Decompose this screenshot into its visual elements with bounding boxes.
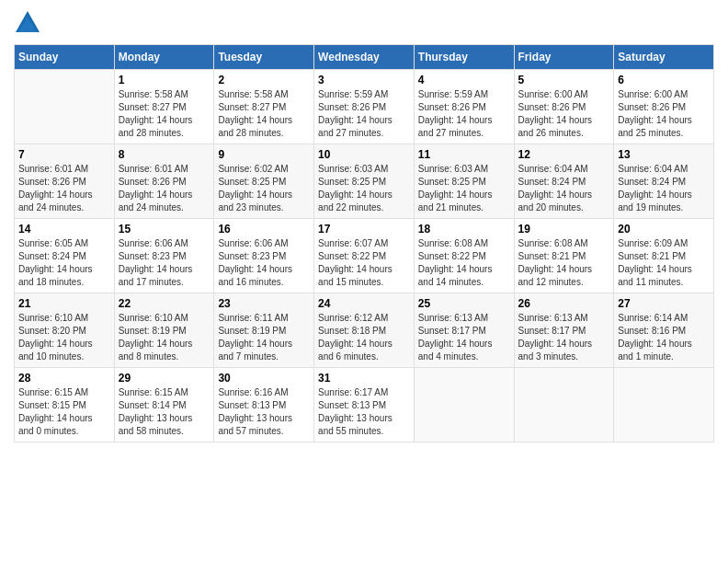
day-number: 29 (119, 372, 210, 385)
calendar-cell: 25Sunrise: 6:13 AM Sunset: 8:17 PM Dayli… (414, 293, 514, 368)
calendar-cell: 8Sunrise: 6:01 AM Sunset: 8:26 PM Daylig… (114, 144, 214, 219)
calendar-cell: 22Sunrise: 6:10 AM Sunset: 8:19 PM Dayli… (114, 293, 214, 368)
calendar-cell: 29Sunrise: 6:15 AM Sunset: 8:14 PM Dayli… (114, 368, 214, 442)
day-info: Sunrise: 5:59 AM Sunset: 8:26 PM Dayligh… (418, 88, 510, 140)
day-info: Sunrise: 6:17 AM Sunset: 8:13 PM Dayligh… (318, 386, 410, 438)
day-info: Sunrise: 6:14 AM Sunset: 8:16 PM Dayligh… (618, 312, 710, 363)
day-number: 19 (518, 223, 610, 236)
calendar-cell: 27Sunrise: 6:14 AM Sunset: 8:16 PM Dayli… (614, 293, 714, 368)
weekday-header-sunday: Sunday (15, 45, 115, 70)
calendar-week-5: 28Sunrise: 6:15 AM Sunset: 8:15 PM Dayli… (15, 368, 714, 442)
calendar-cell: 11Sunrise: 6:03 AM Sunset: 8:25 PM Dayli… (414, 144, 514, 219)
day-info: Sunrise: 6:10 AM Sunset: 8:20 PM Dayligh… (18, 312, 110, 363)
calendar-week-3: 14Sunrise: 6:05 AM Sunset: 8:24 PM Dayli… (15, 219, 714, 293)
calendar-week-1: 1Sunrise: 5:58 AM Sunset: 8:27 PM Daylig… (15, 70, 714, 144)
day-info: Sunrise: 6:00 AM Sunset: 8:26 PM Dayligh… (618, 88, 710, 140)
day-info: Sunrise: 6:08 AM Sunset: 8:22 PM Dayligh… (418, 237, 510, 289)
day-info: Sunrise: 6:06 AM Sunset: 8:23 PM Dayligh… (119, 237, 210, 289)
day-info: Sunrise: 6:03 AM Sunset: 8:25 PM Dayligh… (418, 163, 510, 214)
day-info: Sunrise: 6:02 AM Sunset: 8:25 PM Dayligh… (218, 163, 310, 214)
day-info: Sunrise: 6:03 AM Sunset: 8:25 PM Dayligh… (318, 163, 410, 214)
calendar-cell (414, 368, 514, 442)
calendar-cell: 24Sunrise: 6:12 AM Sunset: 8:18 PM Dayli… (314, 293, 415, 368)
day-number: 16 (218, 223, 310, 236)
day-number: 28 (18, 372, 110, 385)
calendar-cell: 16Sunrise: 6:06 AM Sunset: 8:23 PM Dayli… (214, 219, 314, 293)
calendar-week-4: 21Sunrise: 6:10 AM Sunset: 8:20 PM Dayli… (15, 293, 714, 368)
calendar-cell: 1Sunrise: 5:58 AM Sunset: 8:27 PM Daylig… (114, 70, 214, 144)
day-number: 10 (318, 148, 410, 161)
calendar-cell: 14Sunrise: 6:05 AM Sunset: 8:24 PM Dayli… (15, 219, 115, 293)
day-number: 20 (618, 223, 710, 236)
day-number: 13 (618, 148, 710, 161)
day-info: Sunrise: 6:16 AM Sunset: 8:13 PM Dayligh… (218, 386, 310, 438)
calendar-cell: 10Sunrise: 6:03 AM Sunset: 8:25 PM Dayli… (314, 144, 415, 219)
weekday-header-saturday: Saturday (614, 45, 714, 70)
page: SundayMondayTuesdayWednesdayThursdayFrid… (0, 0, 728, 452)
day-info: Sunrise: 6:11 AM Sunset: 8:19 PM Dayligh… (218, 312, 310, 363)
day-info: Sunrise: 6:01 AM Sunset: 8:26 PM Dayligh… (18, 163, 110, 214)
header (14, 9, 714, 37)
day-number: 4 (418, 74, 510, 86)
day-number: 3 (318, 74, 410, 86)
day-info: Sunrise: 6:08 AM Sunset: 8:21 PM Dayligh… (518, 237, 610, 289)
weekday-header-wednesday: Wednesday (314, 45, 415, 70)
calendar-cell: 12Sunrise: 6:04 AM Sunset: 8:24 PM Dayli… (514, 144, 614, 219)
calendar-cell: 15Sunrise: 6:06 AM Sunset: 8:23 PM Dayli… (114, 219, 214, 293)
calendar-cell: 4Sunrise: 5:59 AM Sunset: 8:26 PM Daylig… (414, 70, 514, 144)
day-number: 9 (218, 148, 310, 161)
day-info: Sunrise: 6:01 AM Sunset: 8:26 PM Dayligh… (119, 163, 210, 214)
calendar-cell: 18Sunrise: 6:08 AM Sunset: 8:22 PM Dayli… (414, 219, 514, 293)
day-info: Sunrise: 6:04 AM Sunset: 8:24 PM Dayligh… (618, 163, 710, 214)
calendar-cell (614, 368, 714, 442)
day-number: 17 (318, 223, 410, 236)
day-number: 1 (119, 74, 210, 86)
day-info: Sunrise: 6:12 AM Sunset: 8:18 PM Dayligh… (318, 312, 410, 363)
day-info: Sunrise: 6:15 AM Sunset: 8:14 PM Dayligh… (119, 386, 210, 438)
day-number: 12 (518, 148, 610, 161)
calendar-cell (15, 70, 115, 144)
calendar-cell: 7Sunrise: 6:01 AM Sunset: 8:26 PM Daylig… (15, 144, 115, 219)
day-info: Sunrise: 6:05 AM Sunset: 8:24 PM Dayligh… (18, 237, 110, 289)
day-number: 11 (418, 148, 510, 161)
day-info: Sunrise: 5:58 AM Sunset: 8:27 PM Dayligh… (119, 88, 210, 140)
calendar-cell: 6Sunrise: 6:00 AM Sunset: 8:26 PM Daylig… (614, 70, 714, 144)
weekday-header-friday: Friday (514, 45, 614, 70)
calendar-cell: 31Sunrise: 6:17 AM Sunset: 8:13 PM Dayli… (314, 368, 415, 442)
weekday-header-thursday: Thursday (414, 45, 514, 70)
weekday-header-row: SundayMondayTuesdayWednesdayThursdayFrid… (15, 45, 714, 70)
day-number: 30 (218, 372, 310, 385)
day-info: Sunrise: 6:15 AM Sunset: 8:15 PM Dayligh… (18, 386, 110, 438)
day-info: Sunrise: 6:06 AM Sunset: 8:23 PM Dayligh… (218, 237, 310, 289)
calendar-cell: 28Sunrise: 6:15 AM Sunset: 8:15 PM Dayli… (15, 368, 115, 442)
day-number: 8 (119, 148, 210, 161)
day-number: 6 (618, 74, 710, 86)
calendar-cell: 2Sunrise: 5:58 AM Sunset: 8:27 PM Daylig… (214, 70, 314, 144)
day-number: 5 (518, 74, 610, 86)
calendar-cell: 19Sunrise: 6:08 AM Sunset: 8:21 PM Dayli… (514, 219, 614, 293)
calendar-cell: 9Sunrise: 6:02 AM Sunset: 8:25 PM Daylig… (214, 144, 314, 219)
day-info: Sunrise: 5:59 AM Sunset: 8:26 PM Dayligh… (318, 88, 410, 140)
day-info: Sunrise: 6:07 AM Sunset: 8:22 PM Dayligh… (318, 237, 410, 289)
day-number: 7 (18, 148, 110, 161)
weekday-header-monday: Monday (114, 45, 214, 70)
day-info: Sunrise: 6:10 AM Sunset: 8:19 PM Dayligh… (119, 312, 210, 363)
day-number: 2 (218, 74, 310, 86)
calendar-cell: 13Sunrise: 6:04 AM Sunset: 8:24 PM Dayli… (614, 144, 714, 219)
weekday-header-tuesday: Tuesday (214, 45, 314, 70)
day-info: Sunrise: 6:13 AM Sunset: 8:17 PM Dayligh… (418, 312, 510, 363)
day-info: Sunrise: 6:00 AM Sunset: 8:26 PM Dayligh… (518, 88, 610, 140)
calendar-cell (514, 368, 614, 442)
day-number: 22 (119, 297, 210, 310)
day-info: Sunrise: 6:13 AM Sunset: 8:17 PM Dayligh… (518, 312, 610, 363)
day-info: Sunrise: 6:09 AM Sunset: 8:21 PM Dayligh… (618, 237, 710, 289)
calendar-cell: 30Sunrise: 6:16 AM Sunset: 8:13 PM Dayli… (214, 368, 314, 442)
day-number: 26 (518, 297, 610, 310)
day-number: 27 (618, 297, 710, 310)
logo (14, 9, 45, 37)
calendar-cell: 17Sunrise: 6:07 AM Sunset: 8:22 PM Dayli… (314, 219, 415, 293)
day-number: 15 (119, 223, 210, 236)
day-number: 21 (18, 297, 110, 310)
day-info: Sunrise: 6:04 AM Sunset: 8:24 PM Dayligh… (518, 163, 610, 214)
calendar-cell: 5Sunrise: 6:00 AM Sunset: 8:26 PM Daylig… (514, 70, 614, 144)
